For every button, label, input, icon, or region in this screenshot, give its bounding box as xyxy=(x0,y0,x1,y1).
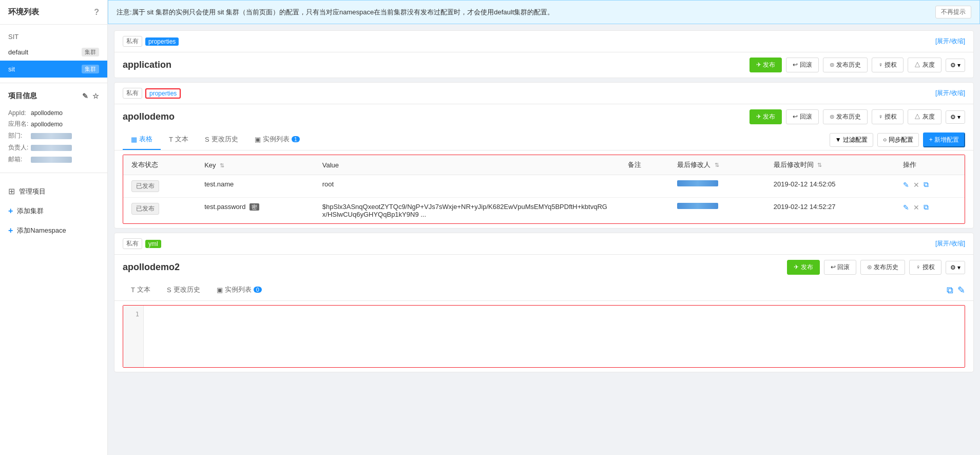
rollback-button-application[interactable]: ↩ 回滚 xyxy=(786,58,818,72)
namespace-apollodemo2-tags: 私有 yml xyxy=(123,238,161,249)
auth-button-apollodemo[interactable]: ♀ 授权 xyxy=(872,109,904,124)
manage-projects-item[interactable]: ⊞ 管理项目 xyxy=(0,181,107,201)
tab2-history[interactable]: S 更改历史 xyxy=(159,280,208,300)
add-cluster-item[interactable]: + 添加集群 xyxy=(0,201,107,221)
help-icon[interactable]: ? xyxy=(94,8,99,17)
sidebar-item-label-sit: sit xyxy=(8,65,15,73)
project-section: 项目信息 ✎ ☆ AppId: apollodemo 应用名: apollode… xyxy=(0,83,107,173)
apollodemo2-title: apollodemo2 xyxy=(123,262,180,273)
tab-table[interactable]: ▦ 表格 xyxy=(123,129,161,150)
config-table: 发布状态 Key ⇅ Value 备注 最后修改人 ⇅ 最后修改时间 ⇅ 操作 … xyxy=(123,155,965,223)
tab-text-icon: T xyxy=(169,136,173,143)
rollback-button-apollodemo[interactable]: ↩ 回滚 xyxy=(786,109,818,124)
apollodemo2-editor-actions: ⧉ ✎ xyxy=(947,285,965,296)
col-comment: 备注 xyxy=(620,155,669,175)
apollodemo2-tabs-row: T 文本 S 更改历史 ▣ 实例列表 0 ⧉ ✎ xyxy=(114,280,973,301)
gray-button-apollodemo[interactable]: △ 灰度 xyxy=(908,109,941,124)
settings-button-apollodemo[interactable]: ⚙ ▾ xyxy=(946,110,965,124)
toggle-apollodemo2[interactable]: [展开/收缩] xyxy=(935,239,965,248)
appid-value: apollodemo xyxy=(31,109,63,117)
plus-cluster-icon: + xyxy=(8,206,13,216)
row2-modifier xyxy=(669,198,765,224)
tab-text[interactable]: T 文本 xyxy=(161,129,197,150)
sync-config-button[interactable]: ○ 同步配置 xyxy=(877,133,919,147)
row1-actions: ✎ ✕ ⧉ xyxy=(895,175,965,198)
sidebar-item-sit[interactable]: sit 集群 xyxy=(0,61,107,78)
sidebar-badge-default: 集群 xyxy=(82,48,99,56)
modifier-value-2 xyxy=(677,203,718,209)
apollodemo2-title-row: apollodemo2 ✈ 发布 ↩ 回滚 ⊙ 发布历史 ♀ 授权 ⚙ ▾ xyxy=(114,255,973,280)
application-title-row: application ✈ 发布 ↩ 回滚 ⊙ 发布历史 ♀ 授权 △ 灰度 ⚙… xyxy=(114,52,973,78)
history-button-application[interactable]: ⊙ 发布历史 xyxy=(823,58,868,72)
toggle-application[interactable]: [展开/收缩] xyxy=(935,37,965,46)
row1-key: test.name xyxy=(196,175,314,198)
project-section-header: 项目信息 ✎ ☆ xyxy=(0,88,107,106)
tab2-instances-badge: 0 xyxy=(254,287,262,293)
edit-row1-icon[interactable]: ✎ xyxy=(903,181,909,189)
copy-editor-icon[interactable]: ⧉ xyxy=(947,285,953,296)
delete-row1-icon[interactable]: ✕ xyxy=(913,181,919,189)
config-table-header-row: 发布状态 Key ⇅ Value 备注 最后修改人 ⇅ 最后修改时间 ⇅ 操作 xyxy=(123,155,965,175)
apollodemo-tabs-row: ▦ 表格 T 文本 S 更改历史 ▣ 实例列表 1 ▼ 过滤配置 xyxy=(114,129,973,150)
tab-history[interactable]: S 更改历史 xyxy=(197,129,246,150)
namespace-application-tags: 私有 properties xyxy=(123,36,179,47)
toggle-apollodemo[interactable]: [展开/收缩] xyxy=(935,89,965,98)
edit-project-icon[interactable]: ✎ xyxy=(82,92,88,100)
text-editor: 1 xyxy=(123,305,965,368)
application-actions: ✈ 发布 ↩ 回滚 ⊙ 发布历史 ♀ 授权 △ 灰度 ⚙ ▾ xyxy=(750,58,965,72)
copy-row1-icon[interactable]: ⧉ xyxy=(924,180,929,189)
auth-button-application[interactable]: ♀ 授权 xyxy=(872,58,904,72)
tag-private-apollodemo2: 私有 xyxy=(123,238,142,249)
settings-button-apollodemo2[interactable]: ⚙ ▾ xyxy=(946,261,965,274)
add-namespace-item[interactable]: + 添加Namespace xyxy=(0,221,107,240)
tab2-text-icon: T xyxy=(131,286,135,294)
apollodemo-tabs-actions: ▼ 过滤配置 ○ 同步配置 + 新增配置 xyxy=(830,132,965,147)
publish-button-apollodemo2[interactable]: ✈ 发布 xyxy=(787,260,819,275)
tab2-text[interactable]: T 文本 xyxy=(123,280,159,300)
tab2-history-icon: S xyxy=(167,286,171,294)
auth-button-apollodemo2[interactable]: ♀ 授权 xyxy=(909,260,941,275)
filter-config-button[interactable]: ▼ 过滤配置 xyxy=(830,133,873,147)
history-button-apollodemo2[interactable]: ⊙ 发布历史 xyxy=(860,260,905,275)
edit-editor-icon[interactable]: ✎ xyxy=(957,285,965,296)
delete-row2-icon[interactable]: ✕ xyxy=(913,203,919,212)
manage-projects-label: 管理项目 xyxy=(19,187,46,196)
row1-time: 2019-02-12 14:52:05 xyxy=(765,175,895,198)
publish-button-application[interactable]: ✈ 发布 xyxy=(750,58,782,72)
sidebar-title: 环境列表 xyxy=(8,7,39,17)
add-config-button[interactable]: + 新增配置 xyxy=(923,132,965,147)
tag-private-apollodemo: 私有 xyxy=(123,88,142,99)
config-table-wrapper: 发布状态 Key ⇅ Value 备注 最后修改人 ⇅ 最后修改时间 ⇅ 操作 … xyxy=(123,155,965,224)
published-badge-1: 已发布 xyxy=(131,180,159,192)
history-button-apollodemo[interactable]: ⊙ 发布历史 xyxy=(823,109,868,124)
tab2-instances[interactable]: ▣ 实例列表 0 xyxy=(208,280,270,300)
config-table-body: 已发布 test.name root 2019-02-12 14:52:05 ✎ xyxy=(123,175,965,224)
apollodemo-actions: ✈ 发布 ↩ 回滚 ⊙ 发布历史 ♀ 授权 △ 灰度 ⚙ ▾ xyxy=(750,109,965,124)
sidebar-item-default[interactable]: default 集群 xyxy=(0,44,107,61)
apollodemo-tabs: ▦ 表格 T 文本 S 更改历史 ▣ 实例列表 1 xyxy=(123,129,308,150)
appid-label: AppId: xyxy=(8,109,31,117)
settings-button-application[interactable]: ⚙ ▾ xyxy=(946,59,965,72)
publish-button-apollodemo[interactable]: ✈ 发布 xyxy=(750,109,782,124)
sort-key-icon: ⇅ xyxy=(220,162,224,168)
sidebar-badge-sit: 集群 xyxy=(82,65,99,73)
copy-row2-icon[interactable]: ⧉ xyxy=(924,203,929,212)
row2-value: $hpSlx3ASnqQxeotZYTQc9/NgP+VJs7sWxje+NR+… xyxy=(314,198,620,224)
tag-type-application: properties xyxy=(145,37,179,46)
tab-instances[interactable]: ▣ 实例列表 1 xyxy=(246,129,308,150)
email-value xyxy=(31,157,72,163)
edit-row2-icon[interactable]: ✎ xyxy=(903,203,909,212)
project-header-icons: ✎ ☆ xyxy=(82,92,99,100)
dismiss-notice-button[interactable]: 不再提示 xyxy=(935,6,971,18)
editor-content[interactable] xyxy=(144,306,965,367)
tag-type-apollodemo2: yml xyxy=(145,240,161,248)
plus-namespace-icon: + xyxy=(8,226,13,235)
env-label: SIT xyxy=(0,30,107,44)
gray-button-application[interactable]: △ 灰度 xyxy=(908,58,941,72)
col-actions: 操作 xyxy=(895,155,965,175)
apollodemo-title: apollodemo xyxy=(123,111,175,122)
tab2-instances-label: 实例列表 xyxy=(225,285,252,294)
owner-label: 负责人: xyxy=(8,143,31,152)
rollback-button-apollodemo2[interactable]: ↩ 回滚 xyxy=(824,260,856,275)
star-project-icon[interactable]: ☆ xyxy=(92,92,99,100)
